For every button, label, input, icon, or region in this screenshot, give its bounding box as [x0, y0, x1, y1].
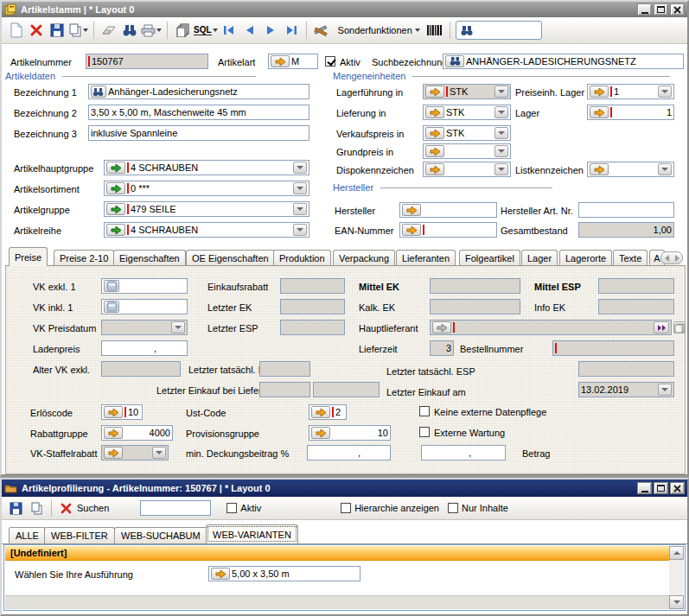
dropdown-button[interactable]	[494, 163, 508, 175]
verkaufspreis-in-combo[interactable]: STK	[423, 125, 511, 141]
hierarchie-checkbox[interactable]	[341, 503, 351, 513]
min-deckungsbeitrag-field[interactable]: ,	[307, 445, 391, 460]
hersteller-artnr-field[interactable]	[578, 202, 674, 218]
group-header[interactable]: [Undefiniert]	[5, 546, 669, 561]
horizontal-scrollbar[interactable]	[5, 595, 669, 609]
minimize-button[interactable]	[637, 3, 652, 16]
dropdown-button[interactable]	[293, 224, 307, 236]
tab-folgeartikel[interactable]: Folgeartikel	[459, 250, 520, 266]
nav-next-icon[interactable]	[261, 20, 280, 41]
tab-web-filter[interactable]: WEB-FILTER	[44, 527, 115, 543]
eraser-icon[interactable]	[99, 20, 118, 41]
orange-arrow-icon[interactable]	[402, 204, 421, 216]
dropdown-button[interactable]	[494, 86, 508, 98]
erloescode-field[interactable]: 10	[101, 404, 143, 420]
orange-arrow-icon[interactable]	[211, 568, 230, 580]
orange-arrow-icon[interactable]	[590, 163, 609, 175]
tab-lagerorte[interactable]: Lagerorte	[559, 250, 612, 266]
dropdown-button[interactable]	[293, 162, 307, 174]
dropdown-button[interactable]	[658, 86, 672, 98]
tools-icon[interactable]	[312, 20, 331, 41]
rabattgruppe-field[interactable]: 4000	[101, 425, 173, 441]
pages-icon[interactable]	[173, 20, 192, 41]
dropdown-button[interactable]	[658, 384, 672, 396]
copy-icon[interactable]	[27, 498, 46, 518]
scroll-down-button[interactable]	[669, 595, 684, 609]
artikelsortiment-combo[interactable]: 0 ***	[104, 181, 309, 196]
green-arrow-icon[interactable]	[106, 224, 125, 236]
orange-arrow-icon[interactable]	[590, 86, 609, 98]
dropdown-button[interactable]	[152, 447, 166, 459]
vk-staffelrabatt-field[interactable]	[101, 445, 169, 460]
dropdown-button[interactable]	[293, 182, 307, 194]
tab-verpackung[interactable]: Verpackung	[333, 250, 395, 266]
orange-arrow-icon[interactable]	[425, 106, 444, 118]
orange-arrow-icon[interactable]	[425, 145, 444, 157]
tab-eigenschaften[interactable]: Eigenschaften	[113, 250, 186, 266]
ean-field[interactable]	[399, 222, 497, 238]
profil-search-input[interactable]	[140, 500, 211, 516]
nur-inhalte-checkbox[interactable]	[448, 503, 458, 513]
vk-inkl-field[interactable]	[101, 299, 188, 314]
vk-exkl-field[interactable]	[101, 278, 188, 294]
ladenpreis-field[interactable]: ,	[101, 340, 188, 356]
artikelprofilierung-titlebar[interactable]: Artikelprofilierung - Artikelnummer: 150…	[2, 479, 687, 497]
sql-icon[interactable]: SQL	[194, 20, 218, 41]
save-icon[interactable]	[48, 20, 67, 41]
artikelreihe-combo[interactable]: 4 SCHRAUBEN	[104, 222, 309, 238]
nav-last-icon[interactable]	[282, 20, 301, 41]
scroll-up-button[interactable]	[669, 546, 684, 560]
provisionsgruppe-field[interactable]: 10	[309, 425, 391, 441]
artikelhauptgruppe-combo[interactable]: 4 SCHRAUBEN	[104, 160, 309, 175]
dropdown-button[interactable]	[494, 127, 508, 139]
maximize-button[interactable]	[654, 482, 668, 494]
lieferung-combo[interactable]: STK	[423, 105, 511, 120]
listkennzeichen-combo[interactable]	[587, 162, 674, 177]
new-icon[interactable]	[6, 20, 25, 41]
copy-dropdown-caret[interactable]	[83, 29, 88, 32]
maximize-button[interactable]	[654, 3, 668, 16]
barcode-icon[interactable]	[425, 20, 444, 41]
dropdown-button[interactable]	[658, 163, 672, 175]
quick-search-input[interactable]	[478, 23, 540, 37]
bestellnummer-field[interactable]	[552, 340, 674, 356]
betrag-field[interactable]: ,	[421, 445, 506, 460]
dropdown-button[interactable]	[494, 145, 508, 157]
orange-arrow-icon[interactable]	[311, 406, 330, 418]
gray-arrow-icon[interactable]	[432, 321, 451, 333]
green-arrow-icon[interactable]	[106, 182, 125, 194]
sql-dropdown-caret[interactable]	[213, 29, 218, 32]
letzter-einkauf-am-field[interactable]: 13.02.2019	[578, 382, 674, 397]
tab-produktion[interactable]: Produktion	[273, 250, 331, 266]
lagerfuehrung-combo[interactable]: STK	[423, 84, 511, 99]
lager-field[interactable]: 1	[587, 105, 674, 120]
ust-code-field[interactable]: 2	[309, 404, 347, 420]
orange-arrow-icon[interactable]	[311, 427, 330, 439]
profil-aktiv-checkbox[interactable]	[226, 503, 237, 513]
orange-arrow-icon[interactable]	[425, 163, 444, 175]
orange-arrow-icon[interactable]	[104, 427, 123, 439]
tab-scroll-buttons[interactable]	[660, 251, 683, 264]
green-arrow-icon[interactable]	[106, 203, 125, 215]
print-icon[interactable]	[141, 20, 162, 41]
vk-preisdatum-field[interactable]	[101, 320, 188, 335]
tab-preise-2-10[interactable]: Preise 2-10	[54, 250, 114, 266]
tab-texte[interactable]: Texte	[613, 250, 648, 266]
artikelart-field[interactable]: M	[268, 54, 318, 69]
tab-oe-eigenschaften[interactable]: OE Eigenschaften	[186, 250, 275, 266]
orange-arrow-icon[interactable]	[104, 447, 123, 459]
orange-arrow-icon[interactable]	[104, 406, 123, 418]
vertical-scrollbar[interactable]	[669, 546, 684, 609]
orange-arrow-icon[interactable]	[402, 224, 421, 236]
tab-alle[interactable]: ALLE	[9, 527, 46, 543]
bezeichnung2-field[interactable]: 3,50 x 5,00 m, Maschenweite 45 mm	[88, 105, 309, 120]
artikelnummer-field[interactable]: 150767	[86, 54, 208, 69]
quick-search-box[interactable]	[456, 21, 542, 40]
print-dropdown-caret[interactable]	[156, 29, 162, 32]
close-button[interactable]	[670, 3, 685, 16]
orange-arrow-icon[interactable]	[590, 106, 609, 118]
aktiv-checkbox[interactable]	[325, 56, 335, 67]
tab-preise[interactable]: Preise	[9, 247, 48, 266]
catalog-book-button[interactable]	[673, 321, 686, 333]
artikelgruppe-combo[interactable]: 479 SEILE	[104, 201, 309, 217]
